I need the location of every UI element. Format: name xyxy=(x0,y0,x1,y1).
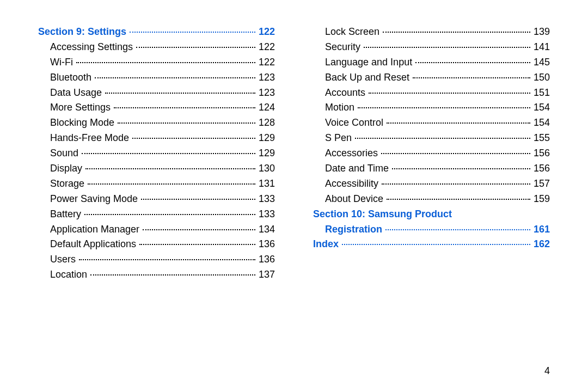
toc-leader-dots xyxy=(95,77,255,78)
toc-entry-label: Location xyxy=(38,267,89,283)
toc-leader-dots xyxy=(387,199,530,200)
toc-entry[interactable]: Location137 xyxy=(38,267,275,283)
toc-entry-label: Accessories xyxy=(313,146,380,161)
toc-leader-dots xyxy=(381,153,530,154)
toc-page: Section 9: Settings122Accessing Settings… xyxy=(0,0,588,392)
toc-entry[interactable]: Data Usage123 xyxy=(38,85,275,101)
toc-leader-dots xyxy=(114,107,255,108)
toc-entry[interactable]: Back Up and Reset150 xyxy=(313,70,550,85)
toc-entry-label: Power Saving Mode xyxy=(38,192,140,207)
toc-leader-dots xyxy=(139,244,255,245)
toc-section-heading[interactable]: Section 10: Samsung Product xyxy=(313,207,550,222)
toc-leader-dots xyxy=(141,199,255,200)
toc-leader-dots xyxy=(79,259,255,260)
toc-entry[interactable]: Bluetooth123 xyxy=(38,70,275,85)
toc-columns: Section 9: Settings122Accessing Settings… xyxy=(38,24,550,283)
toc-page-ref: 136 xyxy=(256,237,275,252)
toc-entry[interactable]: Security141 xyxy=(313,40,550,55)
toc-leader-dots xyxy=(90,274,255,275)
toc-page-ref: 123 xyxy=(256,70,275,85)
toc-entry[interactable]: Application Manager134 xyxy=(38,222,275,237)
toc-page-ref: 129 xyxy=(256,131,275,146)
toc-entry[interactable]: Date and Time156 xyxy=(313,161,550,176)
toc-page-ref: 141 xyxy=(531,40,550,55)
toc-page-ref: 131 xyxy=(256,176,275,192)
toc-page-ref: 129 xyxy=(256,146,275,161)
toc-entry-label: Lock Screen xyxy=(313,24,382,40)
toc-leader-dots xyxy=(82,153,255,154)
toc-leader-dots xyxy=(84,214,255,215)
toc-entry[interactable]: Hands-Free Mode129 xyxy=(38,131,275,146)
toc-entry-label: Users xyxy=(38,252,78,267)
toc-entry-label: Language and Input xyxy=(313,55,414,70)
toc-entry[interactable]: Wi-Fi122 xyxy=(38,55,275,70)
toc-entry-label: Storage xyxy=(38,176,87,192)
toc-leader-dots xyxy=(85,168,255,169)
toc-entry[interactable]: Language and Input145 xyxy=(313,55,550,70)
toc-entry[interactable]: Storage131 xyxy=(38,176,275,192)
toc-leader-dots xyxy=(355,138,530,139)
toc-page-ref: 122 xyxy=(256,24,275,40)
toc-page-ref: 137 xyxy=(256,267,275,283)
toc-entry[interactable]: Lock Screen139 xyxy=(313,24,550,40)
toc-leader-dots xyxy=(364,47,530,48)
toc-leader-dots xyxy=(369,93,530,94)
toc-page-ref: 156 xyxy=(531,146,550,161)
toc-entry-label: Battery xyxy=(38,207,83,222)
toc-page-ref: 133 xyxy=(256,192,275,207)
toc-entry[interactable]: Accessing Settings122 xyxy=(38,40,275,55)
toc-leader-dots xyxy=(382,183,530,185)
toc-entry[interactable]: Sound129 xyxy=(38,146,275,161)
toc-column-right: Lock Screen139Security141Language and In… xyxy=(313,24,550,283)
toc-leader-dots xyxy=(413,77,530,78)
toc-page-ref: 136 xyxy=(256,252,275,267)
toc-page-ref: 162 xyxy=(531,237,550,252)
toc-section-label: Index xyxy=(313,237,341,252)
toc-entry-label: Motion xyxy=(313,100,357,115)
toc-entry[interactable]: Power Saving Mode133 xyxy=(38,192,275,207)
toc-section-label: Registration xyxy=(313,222,384,237)
toc-entry-label: Wi-Fi xyxy=(38,55,75,70)
toc-leader-dots xyxy=(387,122,530,124)
toc-page-ref: 154 xyxy=(531,115,550,131)
toc-entry[interactable]: More Settings124 xyxy=(38,100,275,115)
toc-leader-dots xyxy=(88,183,255,185)
toc-section-heading[interactable]: Index162 xyxy=(313,237,550,252)
toc-page-ref: 154 xyxy=(531,100,550,115)
toc-entry[interactable]: Users136 xyxy=(38,252,275,267)
toc-entry[interactable]: Accessibility157 xyxy=(313,176,550,192)
toc-entry-label: Data Usage xyxy=(38,85,104,101)
toc-entry[interactable]: Display130 xyxy=(38,161,275,176)
toc-entry-label: Hands-Free Mode xyxy=(38,131,131,146)
toc-leader-dots xyxy=(132,138,255,139)
toc-page-ref: 155 xyxy=(531,131,550,146)
toc-page-ref: 130 xyxy=(256,161,275,176)
toc-section-heading[interactable]: Section 9: Settings122 xyxy=(38,24,275,40)
toc-leader-dots xyxy=(118,122,255,124)
toc-section-label: Section 10: Samsung Product xyxy=(313,209,452,219)
toc-leader-dots xyxy=(383,32,530,33)
toc-leader-dots xyxy=(385,229,530,230)
toc-entry-label: Display xyxy=(38,161,84,176)
toc-entry[interactable]: Default Applications136 xyxy=(38,237,275,252)
toc-entry[interactable]: Blocking Mode128 xyxy=(38,115,275,131)
toc-entry[interactable]: Motion154 xyxy=(313,100,550,115)
page-number: 4 xyxy=(544,365,550,377)
toc-entry[interactable]: Accounts151 xyxy=(313,85,550,101)
toc-entry[interactable]: Voice Control154 xyxy=(313,115,550,131)
toc-section-heading[interactable]: Registration161 xyxy=(313,222,550,237)
toc-entry-label: Accessing Settings xyxy=(38,40,135,55)
toc-leader-dots xyxy=(76,62,255,63)
toc-leader-dots xyxy=(342,244,530,245)
toc-entry-label: Application Manager xyxy=(38,222,142,237)
toc-entry[interactable]: S Pen155 xyxy=(313,131,550,146)
toc-page-ref: 161 xyxy=(531,222,550,237)
toc-entry[interactable]: About Device159 xyxy=(313,192,550,207)
toc-entry[interactable]: Accessories156 xyxy=(313,146,550,161)
toc-page-ref: 150 xyxy=(531,70,550,85)
toc-leader-dots xyxy=(358,107,530,108)
toc-entry[interactable]: Battery133 xyxy=(38,207,275,222)
toc-page-ref: 159 xyxy=(531,192,550,207)
toc-page-ref: 145 xyxy=(531,55,550,70)
toc-leader-dots xyxy=(143,229,255,230)
